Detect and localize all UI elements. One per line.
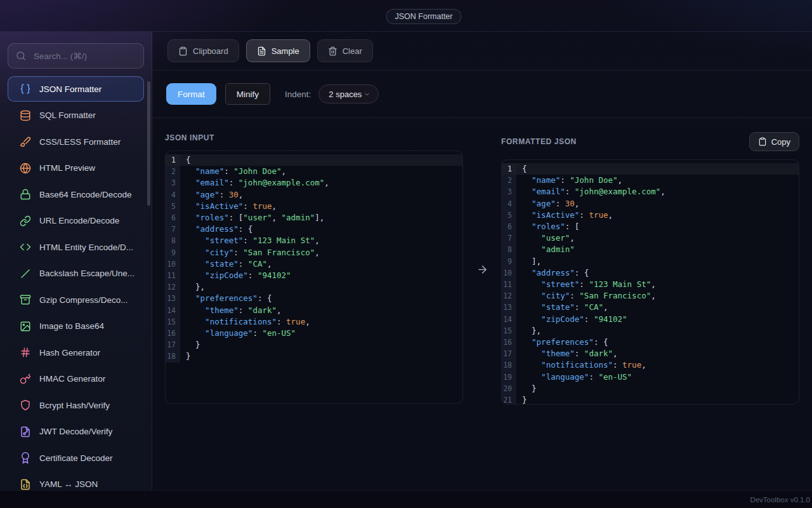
search-box[interactable] [8,43,144,69]
code-text: "email": "john@example.com", [180,177,329,189]
sidebar-item[interactable]: Image to Base64 [8,314,144,339]
code-text: "language": "en-US" [180,328,296,339]
code-text: ], [516,256,541,267]
sidebar-item[interactable]: Certificate Decoder [8,445,144,471]
sidebar-item[interactable]: HMAC Generator [8,366,144,392]
copy-button[interactable]: Copy [749,132,799,151]
code-text: { [180,154,191,166]
title-bar: JSON Formatter [0,0,812,32]
code-line: 8 "street": "123 Main St", [166,235,462,246]
sidebar-item[interactable]: HTML Preview [8,156,144,181]
sidebar-scrollbar[interactable] [147,81,150,206]
code-text: "isActive": true, [180,201,277,212]
sidebar-item[interactable]: Bcrypt Hash/Verify [8,392,144,418]
sidebar-item[interactable]: HTML Entity Encode/D... [8,234,144,260]
sidebar-item[interactable]: Hash Generator [8,340,144,365]
clipboard-icon [178,46,188,56]
code-text: "zipCode": "94102" [180,270,291,281]
format-button[interactable]: Format [166,83,216,105]
code-text: "preferences": { [180,293,272,304]
app-version: DevToolbox v0.1.0 [750,496,810,504]
tool-nav: JSON FormatterSQL FormatterCSS/LESS Form… [8,76,144,490]
sidebar-item[interactable]: Base64 Encode/Decode [8,182,144,207]
code-line: 15 "notifications": true, [166,316,462,328]
line-number: 21 [502,394,516,404]
code-line: 16 "preferences": { [502,337,799,348]
sample-button-label: Sample [272,46,299,56]
code-text: "address": { [516,267,589,279]
sample-button[interactable]: Sample [246,39,310,62]
code-line: 2 "name": "John Doe", [166,166,462,177]
line-number: 2 [166,166,180,177]
code-text: "user", [516,232,575,244]
image-icon [20,321,31,332]
sidebar-item-label: HTML Preview [39,163,95,173]
code-line: 3 "email": "john@example.com", [166,177,462,189]
sidebar-item[interactable]: JSON Formatter [8,76,144,102]
line-number: 17 [502,348,516,359]
sidebar-item[interactable]: YAML ↔ JSON [8,472,144,491]
code-line: 1{ [166,154,462,166]
source-toolbar: Clipboard Sample Clear [152,32,812,70]
award-icon [20,452,31,464]
code-line: 13 "preferences": { [166,293,462,304]
sidebar-item[interactable]: SQL Formatter [8,103,144,128]
line-number: 4 [166,189,180,201]
code-line: 15 }, [502,325,799,337]
sidebar-item[interactable]: Gzip Compress/Deco... [8,287,144,312]
code-text: } [180,351,191,362]
line-number: 13 [166,293,180,304]
sidebar-item-label: HTML Entity Encode/D... [39,243,133,252]
clipboard-button[interactable]: Clipboard [167,39,239,62]
code-text: } [180,339,200,351]
code-text: "email": "john@example.com", [516,186,665,197]
code-text: "roles": [ [516,221,579,232]
sidebar-item-label: CSS/LESS Formatter [39,137,121,147]
line-number: 9 [502,256,516,267]
app-title-badge: JSON Formatter [386,9,462,24]
sidebar-item-label: HMAC Generator [39,374,105,384]
editor-content: JSON INPUT 1{2 "name": "John Doe",3 "ema… [152,118,812,490]
sidebar-item[interactable]: JWT Decode/Verify [8,419,144,444]
code-line: 9 ], [502,256,799,267]
clear-button[interactable]: Clear [317,39,373,62]
indent-label: Indent: [285,90,311,99]
indent-select[interactable]: 2 spaces [318,84,379,104]
search-input[interactable] [32,51,136,62]
code-text: { [516,163,527,175]
line-number: 4 [502,198,516,210]
code-line: 16 "language": "en-US" [166,328,462,339]
sidebar-item-label: JSON Formatter [39,84,102,94]
hash-icon [20,347,31,358]
shield-icon [20,399,31,411]
search-icon [16,51,26,61]
line-number: 18 [166,351,180,362]
sidebar-item-label: Backslash Escape/Une... [39,269,134,278]
line-number: 1 [166,154,180,166]
minify-button[interactable]: Minify [225,83,270,105]
app-frame: JSON FormatterSQL FormatterCSS/LESS Form… [0,32,812,490]
line-number: 5 [166,201,180,212]
sidebar: JSON FormatterSQL FormatterCSS/LESS Form… [0,32,152,490]
code-line: 7 "address": { [166,224,462,235]
line-number: 2 [502,175,516,186]
code-text: "notifications": true, [180,316,310,328]
json-input-editor[interactable]: 1{2 "name": "John Doe",3 "email": "john@… [165,150,463,404]
line-number: 16 [166,328,180,339]
code-text: "name": "John Doe", [516,175,622,186]
code-line: 11 "street": "123 Main St", [502,279,799,290]
line-number: 8 [502,244,516,255]
sidebar-item[interactable]: URL Encode/Decode [8,208,144,234]
line-number: 15 [166,316,180,328]
sidebar-item[interactable]: Backslash Escape/Une... [8,261,144,286]
code-text: "street": "123 Main St", [180,235,320,246]
sidebar-item[interactable]: CSS/LESS Formatter [8,129,144,154]
code-line: 12 }, [166,281,462,293]
sidebar-item-label: JWT Decode/Verify [39,427,112,436]
sidebar-item-label: Image to Base64 [39,321,104,331]
code-text: "language": "en-US" [516,371,632,383]
sidebar-item-label: YAML ↔ JSON [39,479,98,489]
line-number: 7 [166,224,180,235]
code-text: "isActive": true, [516,210,613,221]
code-line: 7 "user", [502,232,799,244]
